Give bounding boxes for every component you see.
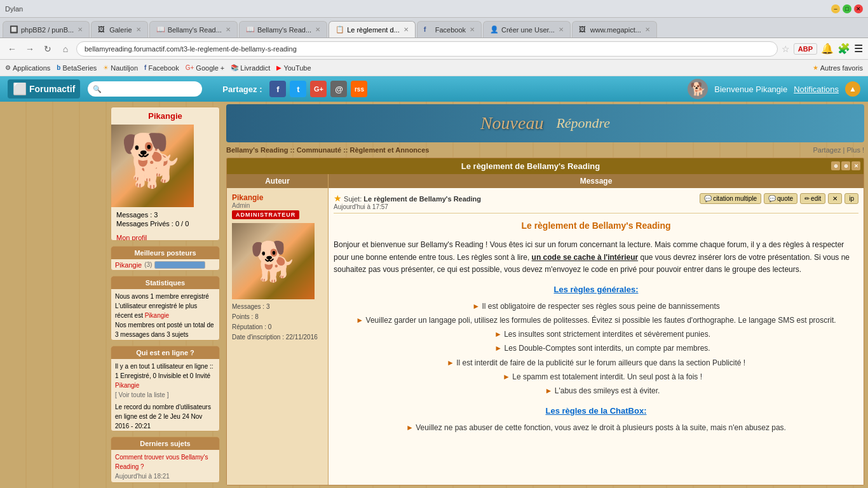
- address-input[interactable]: [76, 41, 778, 57]
- partager-link[interactable]: Partagez: [813, 146, 841, 154]
- tab-close-megapict[interactable]: ✕: [645, 26, 650, 33]
- youtube-icon: ▶: [276, 64, 281, 71]
- tab-close-bellamy1[interactable]: ✕: [226, 26, 231, 33]
- stats-recent-user[interactable]: Pikangie: [145, 312, 169, 319]
- chatbox-rule-1: ► Veuillez ne pas abuser de cette foncti…: [334, 422, 858, 434]
- tab-close-facebook[interactable]: ✕: [470, 26, 475, 33]
- bookmark-applications[interactable]: ⚙ Applications: [5, 64, 50, 72]
- banner-nouveau[interactable]: Nouveau: [480, 113, 544, 133]
- derniers-content: Comment trouver vous Bellamy's Reading ?…: [111, 450, 219, 483]
- tab-bellamy2[interactable]: 📖 Bellamy's Read... ✕: [239, 21, 327, 37]
- bienvenue-text: Bienvenue Pikangie: [714, 85, 787, 94]
- sidebar-user-box: Pikangie 🐕 Messages : 3 Messages Privés …: [111, 107, 220, 241]
- section-chatbox-title: Les règles de la ChatBox:: [334, 405, 858, 418]
- bookmark-livraddict[interactable]: 📚 Livraddict: [231, 64, 270, 72]
- tab-favicon-galerie: 🖼: [98, 25, 107, 34]
- applications-icon: ⚙: [5, 64, 11, 71]
- author-avatar: 🐕: [232, 223, 315, 299]
- bookmark-facebook[interactable]: f Facebook: [144, 64, 179, 72]
- rule-7: ► L'abus des smileys est à éviter.: [346, 385, 858, 397]
- minimize-button[interactable]: –: [831, 4, 840, 13]
- partager-label: Partagez :: [222, 85, 262, 94]
- browser-titlebar: Dylan – □ ✕: [0, 0, 868, 18]
- bookmark-nautiljon[interactable]: ☀ Nautiljon: [103, 64, 138, 72]
- mon-profil-link[interactable]: Mon profil: [111, 231, 219, 241]
- author-date-inscription: Date d'inscription : 22/11/2016: [232, 332, 323, 342]
- sidebar-user-stats: Messages : 3 Messages Privés : 0 / 0: [111, 207, 219, 231]
- maximize-button[interactable]: □: [843, 4, 851, 13]
- tab-facebook[interactable]: f Facebook ✕: [417, 21, 482, 37]
- post-icons: ⊕ ⊕ ✕: [831, 161, 860, 170]
- window-controls: – □ ✕: [831, 4, 863, 13]
- share-rss-button[interactable]: rss: [351, 81, 367, 97]
- tab-favicon-phpbb: 🔲: [10, 25, 18, 34]
- message-column: ★ Sujet: Le règlement de Bellamy's Readi…: [329, 188, 864, 485]
- menu-button[interactable]: ☰: [854, 43, 863, 55]
- adblock-button[interactable]: ABP: [794, 43, 817, 55]
- author-role: Admin: [232, 202, 323, 209]
- tab-close-phpbb[interactable]: ✕: [78, 26, 83, 33]
- tab-close-creer[interactable]: ✕: [559, 26, 564, 33]
- forum-topbar: ⬜ Forumactif 🔍 Partagez : f t G+ @ rss 🐕…: [0, 76, 868, 102]
- dernier-sujet-text[interactable]: Comment trouver vous Bellamy's Reading ?: [115, 452, 215, 471]
- tab-close-bellamy2[interactable]: ✕: [315, 26, 320, 33]
- settings-post-icon[interactable]: ⊕: [841, 161, 850, 170]
- bookmark-googleplus[interactable]: G+ Google +: [186, 64, 225, 72]
- breadcrumb-row: Bellamy's Reading :: Communauté :: Règle…: [226, 145, 864, 155]
- share-facebook-button[interactable]: f: [269, 81, 286, 97]
- share-googleplus-button[interactable]: G+: [310, 81, 327, 97]
- address-bar: ← → ↻ ⌂ ☆ ABP 🔔 🧩 ☰: [0, 38, 868, 60]
- forumactif-logo[interactable]: ⬜ Forumactif: [8, 79, 80, 98]
- tab-bellamy1[interactable]: 📖 Bellamy's Read... ✕: [149, 21, 238, 37]
- extensions-button[interactable]: 🧩: [837, 43, 850, 55]
- tab-reglement[interactable]: 📋 Le règlement d... ✕: [329, 21, 416, 37]
- subject-prefix: Sujet:: [344, 195, 363, 203]
- main-content: Pikangie 🐕 Messages : 3 Messages Privés …: [0, 102, 868, 488]
- bookmark-youtube[interactable]: ▶ YouTube: [276, 64, 311, 72]
- online-user[interactable]: Pikangie: [115, 382, 139, 389]
- tab-bar: 🔲 phpBB2 / punB... ✕ 🖼 Galerie ✕ 📖 Bella…: [0, 18, 868, 38]
- reload-button[interactable]: ↻: [41, 42, 55, 56]
- stats-content: Nous avons 1 membre enregistré L'utilisa…: [111, 289, 219, 341]
- meilleurs-name[interactable]: Pikangie: [115, 261, 142, 269]
- close-button[interactable]: ✕: [854, 4, 863, 13]
- plus-link[interactable]: Plus !: [846, 146, 864, 154]
- close-post-icon[interactable]: ✕: [851, 161, 860, 170]
- back-button[interactable]: ←: [5, 42, 19, 56]
- share-email-button[interactable]: @: [330, 81, 347, 97]
- delete-button[interactable]: ✕: [828, 193, 842, 204]
- sidebar-derniers-box: Derniers sujets Comment trouver vous Bel…: [111, 437, 220, 483]
- section-general-title: Les règles générales:: [334, 283, 858, 297]
- notification-bell-icon[interactable]: 🔔: [821, 43, 834, 55]
- notifications-button[interactable]: Notifications: [794, 85, 839, 94]
- bookmarks-bar: ⚙ Applications b BetaSeries ☀ Nautiljon …: [0, 60, 868, 76]
- forum-search-box[interactable]: 🔍: [88, 81, 202, 97]
- author-points: Points : 8: [232, 312, 323, 322]
- scroll-up-button[interactable]: ▲: [845, 81, 860, 97]
- author-name[interactable]: Pikangie: [232, 193, 323, 202]
- ip-button[interactable]: ip: [844, 193, 858, 204]
- fold-icon[interactable]: ⊕: [831, 161, 840, 170]
- tab-megapict[interactable]: 🖼 www.megapict... ✕: [572, 21, 657, 37]
- bookmark-star-icon[interactable]: ☆: [782, 44, 790, 54]
- tab-favicon-facebook: f: [424, 25, 433, 34]
- voir-liste-link[interactable]: [ Voir toute la liste ]: [115, 391, 169, 398]
- rule-3: ► Les insultes sont strictement interdit…: [346, 329, 858, 341]
- forward-button[interactable]: →: [23, 42, 37, 56]
- tab-close-reglement[interactable]: ✕: [403, 26, 409, 33]
- share-twitter-button[interactable]: t: [290, 81, 306, 97]
- quote-button[interactable]: 💬 quote: [764, 193, 797, 204]
- banner-repondre[interactable]: Répondre: [556, 115, 610, 132]
- home-button[interactable]: ⌂: [58, 42, 72, 56]
- meilleurs-count: (3): [144, 261, 152, 268]
- header-message: Message: [329, 174, 864, 188]
- citation-multiple-button[interactable]: 💬 citation multiple: [700, 193, 761, 204]
- edit-button[interactable]: ✏ edit: [800, 193, 825, 204]
- bookmark-betaseries[interactable]: b BetaSeries: [57, 64, 97, 72]
- tab-creer[interactable]: 👤 Créer une User... ✕: [483, 21, 571, 37]
- tab-close-galerie[interactable]: ✕: [136, 26, 141, 33]
- star-icon: ★: [813, 64, 818, 71]
- tab-phpbb[interactable]: 🔲 phpBB2 / punB... ✕: [3, 21, 90, 37]
- bookmark-autres[interactable]: ★ Autres favoris: [813, 64, 863, 72]
- tab-galerie[interactable]: 🖼 Galerie ✕: [91, 21, 147, 37]
